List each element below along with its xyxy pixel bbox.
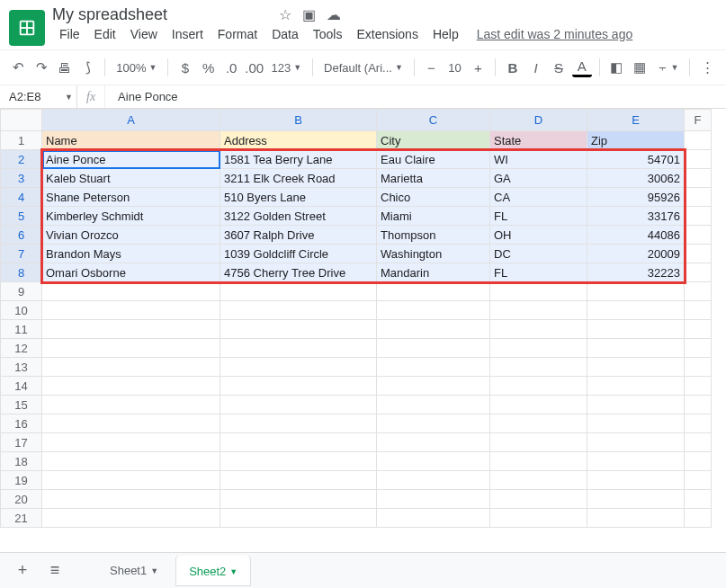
row-header-21[interactable]: 21 — [1, 509, 42, 528]
sheets-app-icon[interactable] — [9, 10, 45, 46]
menu-extensions[interactable]: Extensions — [349, 25, 425, 43]
cell-B14[interactable] — [220, 377, 377, 396]
cell-E15[interactable] — [587, 396, 685, 414]
cell-D12[interactable] — [490, 339, 587, 358]
cell-B19[interactable] — [220, 471, 377, 490]
cell-D16[interactable] — [490, 414, 587, 433]
cell-B8[interactable]: 4756 Cherry Tree Drive — [220, 263, 377, 282]
row-header-19[interactable]: 19 — [1, 471, 42, 490]
add-sheet-button[interactable]: + — [9, 557, 36, 584]
zoom-select[interactable]: 100%▼ — [112, 56, 160, 79]
cell-C14[interactable] — [377, 377, 490, 396]
cell-A14[interactable] — [42, 377, 220, 396]
doc-title-input[interactable] — [52, 5, 261, 24]
percent-button[interactable]: % — [199, 56, 219, 79]
cell-E8[interactable]: 32223 — [587, 263, 685, 282]
cell-D11[interactable] — [490, 320, 587, 339]
cell-C3[interactable]: Marietta — [377, 169, 490, 188]
cell-F17[interactable] — [685, 433, 712, 452]
cell-D18[interactable] — [490, 452, 587, 471]
cloud-status-icon[interactable]: ☁ — [327, 6, 341, 23]
row-header-3[interactable]: 3 — [1, 169, 42, 188]
print-button[interactable]: 🖶 — [55, 56, 75, 79]
row-header-15[interactable]: 15 — [1, 396, 42, 414]
cell-E14[interactable] — [587, 377, 685, 396]
row-header-18[interactable]: 18 — [1, 452, 42, 471]
menu-tools[interactable]: Tools — [306, 25, 350, 43]
cell-B3[interactable]: 3211 Elk Creek Road — [220, 169, 377, 188]
cell-D20[interactable] — [490, 490, 587, 509]
cell-F13[interactable] — [685, 358, 712, 377]
col-header-E[interactable]: E — [587, 110, 685, 131]
undo-button[interactable]: ↶ — [9, 56, 29, 79]
cell-C20[interactable] — [377, 490, 490, 509]
row-header-11[interactable]: 11 — [1, 320, 42, 339]
cell-D7[interactable]: DC — [490, 245, 587, 263]
cell-B20[interactable] — [220, 490, 377, 509]
cell-B5[interactable]: 3122 Golden Street — [220, 207, 377, 226]
cell-F9[interactable] — [685, 282, 712, 301]
font-size-dec[interactable]: − — [422, 56, 442, 79]
cell-D2[interactable]: WI — [490, 150, 587, 169]
row-header-16[interactable]: 16 — [1, 414, 42, 433]
cell-C13[interactable] — [377, 358, 490, 377]
currency-button[interactable]: $ — [175, 56, 195, 79]
cell-E16[interactable] — [587, 414, 685, 433]
dec-increase-button[interactable]: .00 — [245, 56, 264, 79]
cell-C10[interactable] — [377, 301, 490, 320]
font-size-input[interactable]: 10 — [444, 56, 464, 79]
col-header-A[interactable]: A — [42, 110, 220, 131]
cell-A6[interactable]: Vivian Orozco — [42, 226, 220, 245]
cell-A12[interactable] — [42, 339, 220, 358]
tab-sheet2[interactable]: Sheet2▼ — [176, 556, 250, 586]
menu-view[interactable]: View — [123, 25, 165, 43]
cell-E12[interactable] — [587, 339, 685, 358]
cell-C15[interactable] — [377, 396, 490, 414]
cell-C11[interactable] — [377, 320, 490, 339]
formula-input[interactable]: Aine Ponce — [112, 90, 178, 103]
cell-D6[interactable]: OH — [490, 226, 587, 245]
row-header-1[interactable]: 1 — [1, 131, 42, 150]
star-icon[interactable]: ☆ — [279, 6, 291, 23]
more-icon[interactable]: ⋮ — [697, 56, 717, 79]
cell-A1[interactable]: Name — [42, 131, 220, 150]
cell-C5[interactable]: Miami — [377, 207, 490, 226]
cell-D17[interactable] — [490, 433, 587, 452]
cell-C17[interactable] — [377, 433, 490, 452]
cell-F18[interactable] — [685, 452, 712, 471]
cell-F10[interactable] — [685, 301, 712, 320]
cell-A13[interactable] — [42, 358, 220, 377]
cell-F14[interactable] — [685, 377, 712, 396]
cell-F2[interactable] — [685, 150, 712, 169]
cell-A16[interactable] — [42, 414, 220, 433]
cell-A11[interactable] — [42, 320, 220, 339]
cell-F12[interactable] — [685, 339, 712, 358]
cell-C19[interactable] — [377, 471, 490, 490]
cell-D9[interactable] — [490, 282, 587, 301]
cell-C2[interactable]: Eau Claire — [377, 150, 490, 169]
cell-B11[interactable] — [220, 320, 377, 339]
cell-A5[interactable]: Kimberley Schmidt — [42, 207, 220, 226]
cell-F4[interactable] — [685, 188, 712, 207]
select-all-corner[interactable] — [1, 110, 42, 131]
cell-B4[interactable]: 510 Byers Lane — [220, 188, 377, 207]
cell-A15[interactable] — [42, 396, 220, 414]
cell-F16[interactable] — [685, 414, 712, 433]
cell-B2[interactable]: 1581 Tea Berry Lane — [220, 150, 377, 169]
cell-C7[interactable]: Washington — [377, 245, 490, 263]
strike-button[interactable]: S — [549, 56, 569, 79]
menu-insert[interactable]: Insert — [165, 25, 211, 43]
cell-F1[interactable] — [685, 131, 712, 150]
cell-C4[interactable]: Chico — [377, 188, 490, 207]
bold-button[interactable]: B — [503, 56, 523, 79]
cell-A8[interactable]: Omari Osborne — [42, 263, 220, 282]
sheet-grid[interactable]: ABCDEF1NameAddressCityStateZip2Aine Ponc… — [0, 109, 712, 528]
cell-E7[interactable]: 20009 — [587, 245, 685, 263]
cell-C18[interactable] — [377, 452, 490, 471]
cell-B13[interactable] — [220, 358, 377, 377]
cell-D1[interactable]: State — [490, 131, 587, 150]
cell-E6[interactable]: 44086 — [587, 226, 685, 245]
cell-E21[interactable] — [587, 509, 685, 528]
cell-F8[interactable] — [685, 263, 712, 282]
cell-D19[interactable] — [490, 471, 587, 490]
